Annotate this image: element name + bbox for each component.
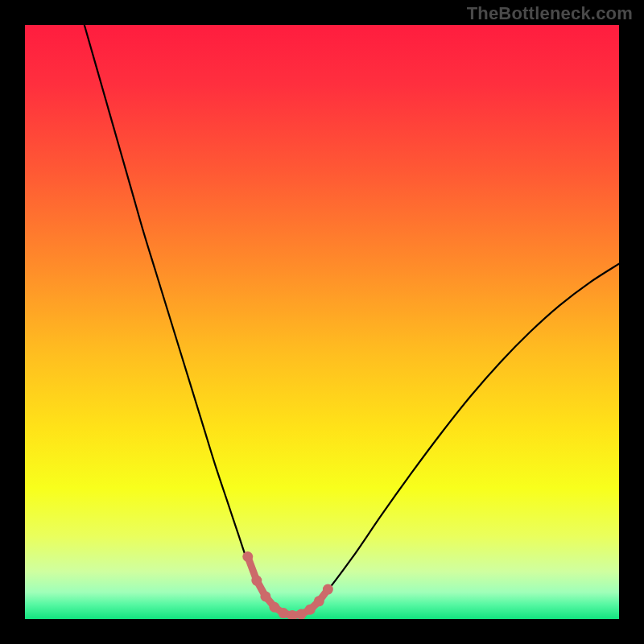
marker-dot: [323, 584, 333, 595]
marker-dot: [251, 576, 262, 586]
marker-dot: [260, 591, 270, 601]
plot-area: [25, 25, 619, 619]
bottleneck-curve: [85, 25, 619, 616]
marker-dot: [296, 609, 307, 619]
curve-layer: [25, 25, 619, 619]
marker-dot: [305, 605, 316, 615]
marker-dot: [269, 602, 279, 613]
marker-dot: [242, 551, 253, 562]
bottom-marker-dots: [242, 551, 333, 619]
marker-dot: [279, 608, 289, 618]
bottom-marker-path: [248, 557, 328, 616]
watermark-text: TheBottleneck.com: [467, 3, 633, 24]
chart-frame: TheBottleneck.com: [0, 0, 644, 644]
marker-dot: [314, 596, 324, 606]
